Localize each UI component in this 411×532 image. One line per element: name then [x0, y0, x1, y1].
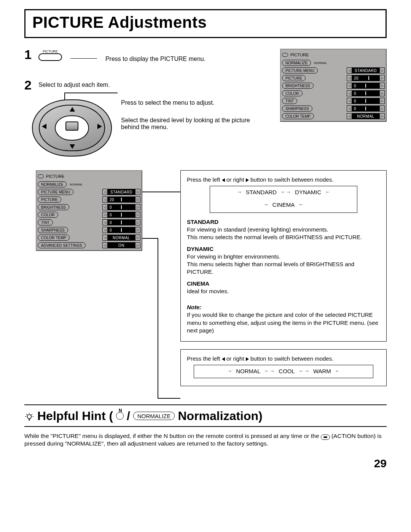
- osd-row-sharpness: SHARPNESS ◁0▷: [282, 105, 385, 112]
- color-temp-info-box: Press the left or right button to switch…: [180, 349, 387, 386]
- standard-body-2: This menu selects the normal levels of B…: [187, 233, 380, 241]
- osd-title-icon: [282, 53, 288, 57]
- step-2-level-text: Select the desired level by looking at t…: [121, 117, 250, 131]
- dpad-down-icon: [70, 144, 75, 149]
- osd-row-advanced: ADVANCED SETTINGS ◁ON▷: [38, 241, 140, 249]
- osd-row-brightness: BRIGHTNESS ◁0▷: [282, 82, 385, 89]
- osd-row-color-temp: COLOR TEMP ◁NORMAL▷: [38, 234, 140, 241]
- page-number: 29: [24, 457, 387, 470]
- osd-picture-menu-left: PICTURE NORMALIZE NORMAL PICTURE MENU ◁S…: [36, 170, 142, 251]
- remote-picture-button-label: PICTURE: [38, 50, 62, 53]
- note-body: If you would like to change the picture …: [187, 311, 380, 334]
- standard-heading: STANDARD: [187, 218, 380, 226]
- normalize-badge: NORMALIZE: [133, 412, 175, 420]
- helpful-hint-body: While the "PICTURE" menu is displayed, i…: [24, 432, 387, 448]
- step-2-intro: Select to adjust each item.: [38, 81, 110, 88]
- osd-title-text: PICTURE: [290, 53, 309, 57]
- cinema-body: Ideal for movies.: [187, 288, 380, 295]
- dpad-right-icon: [97, 124, 102, 129]
- step-1-text: Press to display the PICTURE menu.: [105, 56, 206, 62]
- step-1-number: 1: [24, 47, 32, 62]
- osd-row-tint: TINT ◁0▷: [282, 97, 385, 105]
- osd-normalize-row: NORMALIZE NORMAL: [282, 59, 385, 67]
- osd-row-picture-menu: PICTURE MENU ◁STANDARD▷: [38, 188, 140, 196]
- osd-title-row: PICTURE: [38, 172, 140, 181]
- left-arrow-icon: [222, 178, 225, 182]
- dpad-left-icon: [42, 124, 46, 129]
- osd-row-picture: PICTURE ◁20▷: [282, 74, 385, 82]
- step-1: 1 PICTURE Press to display the PICTURE m…: [24, 47, 269, 62]
- standard-body-1: For viewing in standard (evening lightin…: [187, 226, 380, 233]
- helpful-hint-title: Helpful Hint ( / NORMALIZE Normalization…: [24, 409, 387, 423]
- osd-normalize-state: NORMAL: [314, 61, 327, 65]
- modes-intro: Press the left or right button to switch…: [187, 176, 380, 184]
- color-temp-intro: Press the left or right button to switch…: [187, 355, 380, 363]
- left-arrow-icon: [222, 357, 225, 361]
- mode-cycle-diagram: →STANDARD←→DYNAMIC← →CINEMA←: [210, 186, 357, 213]
- osd-row-color-temp: COLOR TEMP ◁NORMAL▷: [282, 112, 385, 120]
- osd-normalize-btn[interactable]: NORMALIZE: [282, 60, 311, 66]
- remote-picture-button[interactable]: PICTURE: [38, 50, 62, 62]
- temp-cycle-diagram: →NORMAL←→COOL←→WARM←: [194, 365, 373, 378]
- section-divider: [24, 426, 387, 427]
- step-2-select-text: Press to select the menu to adjust.: [121, 99, 250, 106]
- remote-dpad[interactable]: [32, 99, 112, 157]
- right-arrow-icon: [246, 357, 249, 361]
- dpad-center-icon: [65, 121, 78, 131]
- right-arrow-icon: [246, 178, 249, 182]
- cinema-heading: CINEMA: [187, 280, 380, 288]
- n-button-icon: [116, 412, 124, 420]
- lightbulb-icon: [24, 411, 34, 421]
- picture-button-icon: [38, 53, 62, 61]
- page-title: PICTURE Adjustments: [32, 13, 379, 32]
- svg-point-0: [27, 415, 32, 419]
- connector-line: [70, 58, 97, 59]
- osd-normalize-row: NORMALIZE NORMAL: [38, 181, 140, 188]
- step-2: 2 Select to adjust each item.: [24, 78, 269, 157]
- step-2-number: 2: [24, 78, 32, 93]
- osd-row-color: COLOR ◁0▷: [282, 89, 385, 97]
- note-heading: Note:: [187, 304, 380, 311]
- osd-picture-menu-top: PICTURE NORMALIZE NORMAL PICTURE MENU ◁S…: [280, 49, 387, 122]
- section-divider: [24, 404, 387, 405]
- dynamic-heading: DYNAMIC: [187, 245, 380, 253]
- dpad-up-icon: [70, 107, 75, 112]
- osd-title-row: PICTURE: [282, 51, 385, 59]
- modes-info-box: Press the left or right button to switch…: [180, 170, 387, 342]
- action-button-icon: [321, 435, 330, 440]
- page-title-frame: PICTURE Adjustments: [24, 9, 387, 38]
- dynamic-body-1: For viewing in brighter environments.: [187, 253, 380, 260]
- dynamic-body-2: This menu selects higher than normal lev…: [187, 260, 380, 276]
- osd-row-picture-menu: PICTURE MENU ◁STANDARD▷: [282, 67, 385, 74]
- osd-title-icon: [38, 174, 44, 178]
